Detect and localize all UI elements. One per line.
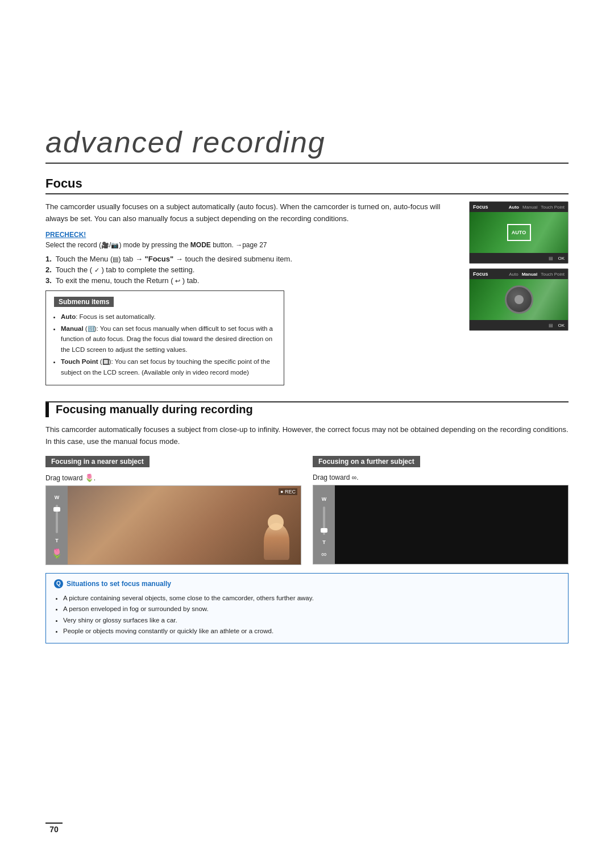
zoom-handle (53, 507, 60, 512)
further-header-container: Focusing on a further subject (313, 456, 569, 471)
focus-boxes-row: Focusing in a nearer subject Drag toward… (45, 456, 569, 565)
cam1-menu-btn: ▤ (549, 256, 553, 261)
cam1-tab-auto: Auto (509, 205, 519, 210)
further-left-panel: W T ∞ (313, 485, 335, 564)
nearer-photo: ● REC (68, 486, 301, 564)
step-1: 1. Touch the Menu (▤) tab → "Focus" → to… (45, 255, 458, 263)
w-label: W (55, 495, 60, 500)
camera-ui-2: Focus Auto Manual Touch Point (469, 268, 569, 331)
manual-focus-title: Focusing manually during recording (45, 402, 569, 417)
further-box-header: Focusing on a further subject (313, 456, 420, 467)
nearer-box-header: Focusing in a nearer subject (45, 456, 150, 467)
cam2-tab-touchpoint: Touch Point (541, 272, 565, 277)
page-title: advanced recording (45, 125, 569, 164)
page-number: 70 (45, 823, 63, 834)
flower-icon: 🌷 (51, 548, 63, 559)
precheck-label: PRECHECK! (45, 231, 458, 239)
cam2-tabs: Auto Manual Touch Point (509, 272, 565, 277)
situations-icon: Q (54, 579, 63, 588)
further-image-area: W T ∞ (313, 485, 569, 564)
manual-focus-intro: This camcorder automatically focuses a s… (45, 424, 569, 448)
cam2-body (470, 279, 568, 320)
page: advanced recording Focus The camcorder u… (0, 0, 614, 868)
submenu-item-touchpoint: Touch Point (🔲): You can set focus by to… (61, 356, 276, 377)
cam2-top: Focus Auto Manual Touch Point (470, 269, 568, 279)
cam1-body: AUTO (470, 212, 568, 253)
nearer-subject-box: Focusing in a nearer subject Drag toward… (45, 456, 301, 565)
nearer-header-container: Focusing in a nearer subject (45, 456, 301, 471)
camera-ui-1: Focus Auto Manual Touch Point AUTO (469, 201, 569, 264)
cam1-ok-btn: OK (558, 256, 565, 261)
further-zoom-handle (321, 528, 327, 533)
cam2-bottom: ▤ OK (470, 320, 568, 330)
situation-2: A person enveloped in fog or surrounded … (63, 604, 560, 615)
focus-section-title: Focus (45, 176, 569, 194)
further-zoom-track (323, 506, 325, 535)
further-subject-box: Focusing on a further subject Drag towar… (313, 456, 569, 565)
manual-focus-section: Focusing manually during recording This … (45, 401, 569, 643)
zoom-track (56, 505, 58, 533)
nearer-left-panel: W T 🌷 (46, 486, 68, 564)
situations-title-text: Situations to set focus manually (67, 580, 171, 588)
cam1-label: Focus (473, 204, 488, 210)
precheck-text: Select the record (🎥/📷) mode by pressing… (45, 241, 458, 249)
title-bar-icon (45, 402, 49, 417)
steps-list: 1. Touch the Menu (▤) tab → "Focus" → to… (45, 255, 458, 285)
further-w-label: W (322, 496, 327, 502)
submenu-title: Submenu items (54, 297, 114, 307)
further-drag-label: Drag toward ∞. (313, 474, 569, 481)
focus-content-row: The camcorder usually focuses on a subje… (45, 201, 569, 385)
situations-box: Q Situations to set focus manually A pic… (45, 573, 569, 643)
cam1-top: Focus Auto Manual Touch Point (470, 202, 568, 212)
cam1-bottom: ▤ OK (470, 253, 568, 263)
focus-section: Focus The camcorder usually focuses on a… (45, 176, 569, 385)
further-photo (335, 485, 568, 564)
cam1-tab-manual: Manual (522, 205, 537, 210)
cam2-dial (505, 285, 533, 314)
submenu-item-manual: Manual (🔢): You can set focus manually w… (61, 323, 276, 355)
cam1-auto-label: AUTO (512, 230, 526, 235)
t-label: T (55, 538, 59, 543)
step-2: 2. Touch the ( ✓ ) tab to complete the s… (45, 265, 458, 274)
situations-list: A picture containing several objects, so… (54, 593, 560, 637)
cam2-center (515, 295, 524, 304)
nearer-image-area: W T 🌷 ● REC (45, 485, 301, 565)
infinity-icon: ∞ (321, 550, 326, 558)
step-3: 3. To exit the menu, touch the Return ( … (45, 276, 458, 285)
cam1-focus-frame: AUTO (507, 224, 531, 241)
situation-4: People or objects moving constantly or q… (63, 626, 560, 637)
focus-intro: The camcorder usually focuses on a subje… (45, 201, 458, 225)
cam2-menu-btn: ▤ (549, 323, 553, 328)
cam2-tab-manual: Manual (522, 272, 538, 277)
focus-content-left: The camcorder usually focuses on a subje… (45, 201, 458, 385)
nearer-drag-label: Drag toward 🌷. (45, 474, 301, 482)
cam2-tab-auto: Auto (509, 272, 518, 277)
top-space (45, 34, 569, 125)
situation-3: Very shiny or glossy surfaces like a car… (63, 615, 560, 626)
cam2-label: Focus (473, 271, 488, 277)
submenu-item-auto: Auto: Focus is set automatically. (61, 312, 276, 322)
further-t-label: T (322, 539, 326, 545)
cam1-tab-touchpoint: Touch Point (541, 205, 565, 210)
submenu-list: Auto: Focus is set automatically. Manual… (54, 312, 276, 377)
situation-1: A picture containing several objects, so… (63, 593, 560, 604)
head-shape (268, 514, 284, 530)
cam1-tabs: Auto Manual Touch Point (509, 205, 565, 210)
submenu-box: Submenu items Auto: Focus is set automat… (45, 290, 284, 385)
cam2-ok-btn: OK (558, 323, 565, 328)
recording-indicator: ● REC (279, 488, 297, 495)
situations-title-row: Q Situations to set focus manually (54, 579, 560, 588)
camera-uis: Focus Auto Manual Touch Point AUTO (469, 201, 569, 331)
